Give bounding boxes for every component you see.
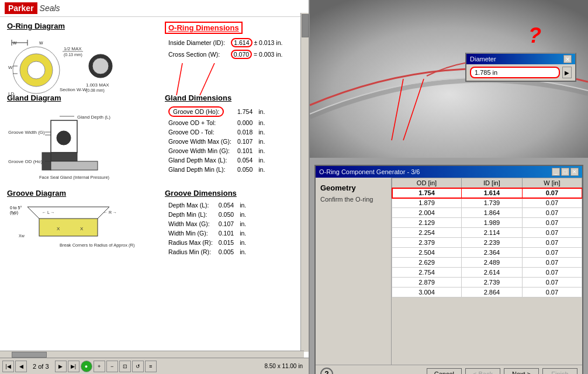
- doc-scrollbar-thumb[interactable]: [302, 14, 309, 37]
- groove-section: Groove Diagram 0 to 5° (typ) X X Break C…: [7, 189, 302, 257]
- table-cell: 1.879: [392, 198, 462, 208]
- depth-max-unit: in.: [237, 201, 248, 209]
- parker-logo: Parker: [5, 2, 37, 14]
- gland-depth-min-value: 0.050: [235, 165, 255, 174]
- groove-dimensions-col: Groove Dimensions Depth Max (L): 0.054 i…: [165, 189, 302, 257]
- next-button[interactable]: Next >: [504, 368, 539, 374]
- diameter-dropdown-arrow[interactable]: ▶: [562, 67, 572, 78]
- radius-min-value: 0.005: [216, 248, 236, 256]
- table-cell: 0.07: [522, 218, 582, 228]
- rotate-button[interactable]: ↺: [132, 361, 144, 372]
- table-cell: 2.379: [392, 238, 462, 248]
- table-row[interactable]: 2.2542.1140.07: [392, 228, 582, 238]
- table-cell: 2.879: [392, 278, 462, 288]
- prev-page-button[interactable]: ◀: [15, 361, 27, 372]
- table-row[interactable]: 2.1291.9890.07: [392, 218, 582, 228]
- help-button[interactable]: ?: [320, 368, 333, 374]
- zoom-out-button[interactable]: −: [106, 361, 118, 372]
- table-row[interactable]: 2.3792.2390.07: [392, 238, 582, 248]
- svg-rect-37: [39, 219, 98, 236]
- groove-od-minus-label: Groove OD - Tol:: [166, 128, 234, 136]
- svg-rect-29: [51, 161, 98, 170]
- table-cell: 2.754: [392, 268, 462, 278]
- component-generator-right-panel: OD [in] ID [in] W [in] 1.7541.6140.071.8…: [392, 178, 582, 365]
- refresh-button[interactable]: ●: [81, 361, 92, 372]
- table-cell: 2.504: [392, 248, 462, 258]
- depth-min-value: 0.050: [216, 210, 236, 219]
- table-cell: 0.07: [522, 228, 582, 238]
- h-scrollbar[interactable]: [0, 351, 304, 358]
- groove-od-minus-value: 0.018: [235, 128, 255, 136]
- groove-width-max-value: 0.107: [235, 137, 255, 146]
- gland-dimensions-table: Groove OD (Ho): 1.754 in. Groove OD + To…: [165, 105, 268, 175]
- width-min-unit: in.: [237, 229, 248, 237]
- diameter-dialog-close[interactable]: ✕: [563, 55, 572, 63]
- id-value: 1.614 ± 0.013 in.: [229, 37, 285, 48]
- last-page-button[interactable]: ▶|: [68, 361, 79, 372]
- groove-dimensions-title: Groove Dimensions: [165, 189, 302, 198]
- table-cell: 2.629: [392, 258, 462, 268]
- oring-diagram-title: O-Ring Diagram: [7, 22, 153, 30]
- fit-button[interactable]: ⊡: [119, 361, 131, 372]
- close-button[interactable]: ✕: [570, 168, 579, 176]
- component-generator-body: Geometry Confirm the O-ring OD [in] ID […: [316, 178, 582, 365]
- document-panel: Parker Seals O-Ring Diagram w w: [0, 0, 310, 374]
- back-button[interactable]: < Back: [465, 368, 500, 374]
- component-generator-title-bar: O-Ring Component Generator - 3/6 _ □ ✕: [316, 166, 582, 178]
- table-cell: 2.254: [392, 228, 462, 238]
- doc-size: 8.50 x 11.00 in: [264, 363, 303, 369]
- doc-scrollbar[interactable]: [300, 13, 309, 352]
- gland-diagram-title: Gland Diagram: [7, 94, 153, 102]
- minimize-button[interactable]: _: [552, 168, 560, 176]
- table-row[interactable]: 3.0042.8640.07: [392, 288, 582, 297]
- more-button[interactable]: ≡: [145, 361, 157, 372]
- table-cell: 2.614: [461, 268, 522, 278]
- table-row[interactable]: 2.5042.3640.07: [392, 248, 582, 258]
- svg-text:X: X: [57, 226, 60, 231]
- groove-od-tol-label: Groove OD + Tol:: [166, 119, 234, 127]
- table-row[interactable]: 2.7542.6140.07: [392, 268, 582, 278]
- svg-text:← R →: ← R →: [103, 210, 117, 214]
- depth-min-label: Depth Min (L):: [166, 210, 215, 219]
- table-cell: 0.07: [522, 288, 582, 297]
- table-row[interactable]: 1.7541.6140.07: [392, 188, 582, 198]
- groove-width-max-label: Groove Width Max (G):: [166, 137, 234, 146]
- width-min-label: Width Min (G):: [166, 229, 215, 237]
- next-page-button[interactable]: ▶: [55, 361, 67, 372]
- radius-min-unit: in.: [237, 248, 248, 256]
- width-max-unit: in.: [237, 220, 248, 228]
- table-cell: 2.004: [392, 208, 462, 218]
- gland-depth-min-label: Gland Depth Min (L):: [166, 165, 234, 174]
- svg-text:1/2 MAX: 1/2 MAX: [64, 46, 82, 51]
- oring-diagram-col: O-Ring Diagram w w: [7, 22, 153, 99]
- svg-text:Section W-W: Section W-W: [60, 87, 87, 92]
- h-scrollbar-thumb[interactable]: [12, 352, 47, 358]
- groove-diagram-title: Groove Diagram: [7, 189, 153, 198]
- maximize-button[interactable]: □: [561, 168, 569, 176]
- svg-line-21: [200, 63, 215, 95]
- groove-od-box: Groove OD (Ho):: [168, 106, 224, 117]
- gland-depth-max-value: 0.054: [235, 156, 255, 164]
- data-table-wrapper[interactable]: OD [in] ID [in] W [in] 1.7541.6140.071.8…: [392, 178, 582, 365]
- width-min-value: 0.101: [216, 229, 236, 237]
- table-cell: 2.739: [461, 278, 522, 288]
- svg-point-7: [27, 61, 45, 79]
- zoom-in-button[interactable]: +: [94, 361, 105, 372]
- table-row[interactable]: 2.8792.7390.07: [392, 278, 582, 288]
- table-row[interactable]: 1.8791.7390.07: [392, 198, 582, 208]
- table-row[interactable]: 2.6292.4890.07: [392, 258, 582, 268]
- first-page-button[interactable]: |◀: [2, 361, 14, 372]
- table-row[interactable]: 2.0041.8640.07: [392, 208, 582, 218]
- width-max-label: Width Max (G):: [166, 220, 215, 228]
- diameter-input[interactable]: 1.785 in: [470, 67, 560, 78]
- finish-button[interactable]: Finish: [542, 368, 577, 374]
- gland-dimensions-title: Gland Dimensions: [165, 94, 302, 102]
- diameter-dialog: Diameter ✕ 1.785 in ▶: [465, 53, 576, 82]
- svg-text:X: X: [80, 226, 84, 231]
- groove-dimensions-table: Depth Max (L): 0.054 in. Depth Min (L): …: [165, 200, 250, 257]
- table-cell: 2.114: [461, 228, 522, 238]
- table-cell: 0.07: [522, 248, 582, 258]
- cancel-button[interactable]: Cancel: [427, 368, 462, 374]
- annotation-lines-svg: [165, 63, 282, 98]
- page-indicator: 2 of 3: [28, 363, 54, 370]
